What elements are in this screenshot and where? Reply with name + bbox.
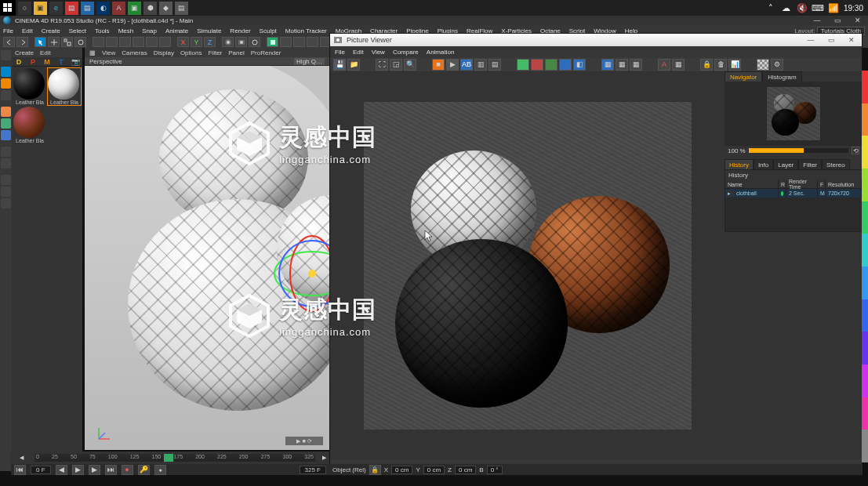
pvmenu-view[interactable]: View bbox=[372, 49, 385, 56]
pv-channel-r-button[interactable] bbox=[531, 59, 543, 71]
y-axis-lock-button[interactable]: Y bbox=[191, 37, 202, 47]
menu-render[interactable]: Render bbox=[230, 27, 250, 34]
col-name[interactable]: Name bbox=[725, 180, 779, 188]
vpmenu-filter[interactable]: Filter bbox=[208, 49, 222, 56]
menu-file[interactable]: File bbox=[3, 27, 13, 34]
texture-mode-button[interactable] bbox=[1, 147, 11, 157]
tab-stereo[interactable]: Stereo bbox=[822, 159, 850, 169]
col-time[interactable]: Render Time bbox=[786, 180, 818, 188]
menu-create[interactable]: Create bbox=[42, 27, 60, 34]
end-frame-field[interactable]: 325 F bbox=[300, 466, 326, 474]
tray-network-icon[interactable]: 📶 bbox=[828, 2, 839, 13]
x-field[interactable]: 0 cm bbox=[391, 466, 412, 474]
edge-mode-button[interactable] bbox=[1, 118, 11, 129]
pv-fit-button[interactable]: ◲ bbox=[390, 59, 402, 71]
close-button[interactable]: ✕ bbox=[848, 16, 868, 25]
pv-play-button[interactable]: ▶ bbox=[446, 59, 459, 71]
menu-sculpt[interactable]: Sculpt bbox=[260, 27, 277, 34]
goto-end-button[interactable]: ⏭ bbox=[105, 465, 117, 475]
menu-simulate[interactable]: Simulate bbox=[197, 27, 221, 34]
vpmenu-cameras[interactable]: Cameras bbox=[122, 49, 147, 56]
tray-cloud-icon[interactable]: ☁ bbox=[781, 2, 792, 13]
tool-btn[interactable] bbox=[119, 37, 131, 47]
b-field[interactable]: 0 ° bbox=[487, 466, 503, 474]
pv-filter1-button[interactable]: ▦ bbox=[601, 59, 614, 71]
material-filter-d[interactable]: D bbox=[12, 57, 26, 67]
taskbar-clock[interactable]: 19:30 bbox=[844, 4, 863, 13]
task-app7-icon[interactable]: ▤ bbox=[175, 2, 188, 15]
material-white[interactable]: Leather Bla bbox=[48, 68, 81, 105]
pv-filter3-button[interactable]: ▦ bbox=[630, 59, 642, 71]
task-app4-icon[interactable]: ▣ bbox=[128, 2, 141, 15]
pv-stop-button[interactable]: ■ bbox=[432, 59, 445, 71]
tool-btn[interactable] bbox=[146, 37, 158, 47]
pv-grid-button[interactable]: ▦ bbox=[672, 59, 685, 71]
pv-compare-b-button[interactable]: ▤ bbox=[488, 59, 501, 71]
tray-chevron-icon[interactable]: ˄ bbox=[765, 2, 776, 13]
timeline[interactable]: ◀ 0255075100125150175200225250275300325 … bbox=[11, 452, 329, 464]
task-cortana-icon[interactable]: ○ bbox=[18, 2, 31, 15]
minimize-button[interactable]: — bbox=[807, 16, 827, 25]
tool-btn[interactable] bbox=[93, 37, 104, 47]
vpmenu-view[interactable]: View bbox=[102, 49, 115, 56]
tray-volume-icon[interactable]: 🔇 bbox=[797, 2, 808, 13]
navigator-thumbnail[interactable] bbox=[725, 82, 863, 146]
material-menu-create[interactable]: Create bbox=[15, 49, 34, 56]
move-tool-button[interactable] bbox=[48, 37, 60, 47]
rotate-tool-button[interactable] bbox=[74, 37, 86, 47]
render-settings-button[interactable] bbox=[249, 37, 260, 47]
pv-minimize-button[interactable]: — bbox=[801, 34, 821, 46]
play-button[interactable]: ▶ bbox=[72, 465, 84, 475]
coord-lock-button[interactable]: 🔒 bbox=[369, 465, 381, 475]
generator-button[interactable] bbox=[293, 37, 305, 47]
vpmenu-options[interactable]: Options bbox=[180, 49, 202, 56]
timeline-handle[interactable]: ◀ bbox=[11, 455, 31, 461]
scale-tool-button[interactable] bbox=[61, 37, 73, 47]
pv-clear-button[interactable]: 🗑 bbox=[714, 59, 727, 71]
col-f[interactable]: F bbox=[818, 180, 826, 188]
pv-save-button[interactable]: 💾 bbox=[333, 59, 346, 71]
render-view-button[interactable] bbox=[222, 37, 234, 47]
pv-channel-a-button[interactable]: ◧ bbox=[573, 59, 586, 71]
menu-motion-tracker[interactable]: Motion Tracker bbox=[285, 27, 327, 34]
c4d-titlebar[interactable]: CINEMA 4D R19.053 Studio (RC - R19) - [c… bbox=[0, 16, 868, 25]
pv-filter2-button[interactable]: ▦ bbox=[616, 59, 628, 71]
tool-btn[interactable] bbox=[133, 37, 144, 47]
pv-checker-button[interactable] bbox=[757, 59, 769, 71]
task-app6-icon[interactable]: ◆ bbox=[159, 2, 173, 15]
point-mode-button[interactable] bbox=[1, 107, 11, 117]
render-pv-button[interactable] bbox=[235, 37, 247, 47]
tab-history[interactable]: History bbox=[725, 159, 754, 169]
pvmenu-animation[interactable]: Animation bbox=[427, 49, 455, 56]
pv-zoom-button[interactable]: 🔍 bbox=[404, 59, 416, 71]
snap-button[interactable] bbox=[1, 175, 11, 185]
vpmenu-panel[interactable]: Panel bbox=[228, 49, 244, 56]
tab-filter[interactable]: Filter bbox=[798, 159, 822, 169]
material-filter-📷[interactable]: 📷 bbox=[68, 57, 82, 67]
pvmenu-file[interactable]: File bbox=[335, 49, 345, 56]
spline-button[interactable] bbox=[280, 37, 292, 47]
tab-navigator[interactable]: Navigator bbox=[725, 71, 762, 82]
material-filter-m[interactable]: M bbox=[40, 57, 54, 67]
goto-start-button[interactable]: ⏮ bbox=[14, 465, 26, 475]
autokey-button[interactable]: 🔑 bbox=[138, 465, 150, 475]
material-filter-t[interactable]: T bbox=[54, 57, 68, 67]
pv-close-button[interactable]: ✕ bbox=[841, 34, 862, 46]
col-r[interactable]: R bbox=[779, 180, 786, 188]
pv-compare-a-button[interactable]: ▥ bbox=[474, 59, 487, 71]
task-c4d-icon[interactable]: ◐ bbox=[96, 2, 110, 15]
model-mode-button[interactable] bbox=[1, 67, 11, 77]
pv-text-a-button[interactable]: A bbox=[658, 59, 670, 71]
current-frame-field[interactable]: 0 F bbox=[31, 466, 51, 474]
object-mode-button[interactable] bbox=[1, 78, 11, 89]
make-editable-button[interactable] bbox=[1, 50, 11, 60]
pvmenu-compare[interactable]: Compare bbox=[393, 49, 419, 56]
menu-tools[interactable]: Tools bbox=[95, 27, 110, 34]
material-filter-p[interactable]: P bbox=[26, 57, 40, 67]
material-menu-edit[interactable]: Edit bbox=[40, 49, 51, 56]
pv-channel-b-button[interactable] bbox=[559, 59, 572, 71]
undo-button[interactable] bbox=[3, 37, 15, 47]
pv-hist-button[interactable]: 📊 bbox=[728, 59, 741, 71]
poly-mode-button[interactable] bbox=[1, 130, 11, 140]
pv-channel-rgb-button[interactable] bbox=[517, 59, 529, 71]
